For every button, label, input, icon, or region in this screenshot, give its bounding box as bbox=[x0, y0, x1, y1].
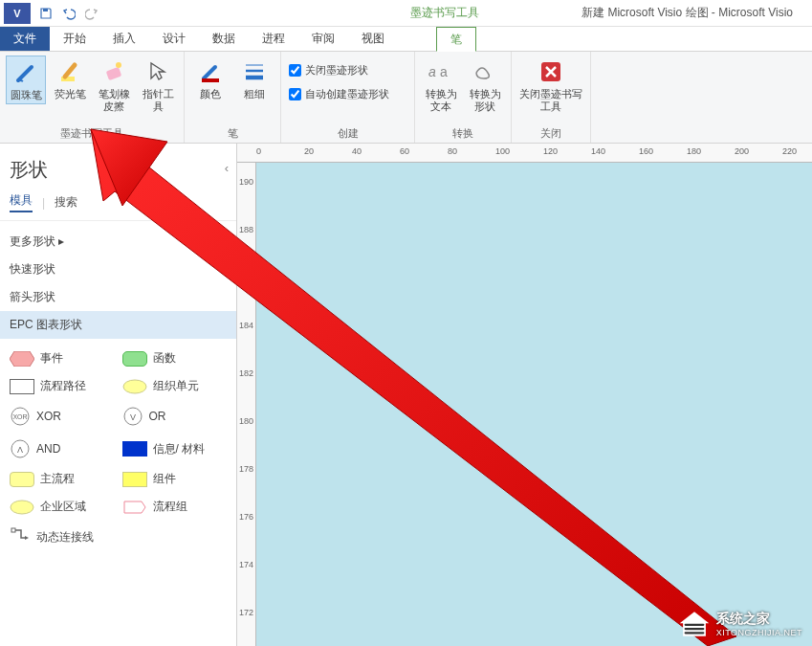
ruler-horizontal[interactable]: 020406080100120140160180200220 bbox=[237, 144, 812, 163]
highlighter-button[interactable]: 荧光笔 bbox=[50, 56, 90, 102]
shape-process-path[interactable]: 流程路径 bbox=[6, 372, 119, 400]
tab-review[interactable]: 审阅 bbox=[298, 27, 348, 51]
undo-icon[interactable] bbox=[57, 2, 80, 25]
ballpoint-icon bbox=[11, 58, 40, 87]
shape-grid: 事件 函数 流程路径 组织单元 XORXOR VOR ΛAND 信息/ 材料 主… bbox=[0, 339, 236, 559]
highlighter-label: 荧光笔 bbox=[55, 88, 86, 100]
svg-text:Λ: Λ bbox=[17, 445, 23, 455]
shape-dynamic-connector[interactable]: 动态连接线 bbox=[6, 521, 119, 553]
shape-main-process[interactable]: 主流程 bbox=[6, 465, 119, 493]
svg-text:V: V bbox=[129, 412, 135, 422]
eraser-icon bbox=[99, 57, 128, 86]
title-bar: V 墨迹书写工具 新建 Microsoft Visio 绘图 - Microso… bbox=[0, 0, 812, 27]
weight-label: 粗细 bbox=[244, 88, 265, 100]
eraser-button[interactable]: 笔划橡皮擦 bbox=[94, 56, 134, 114]
tab-design[interactable]: 设计 bbox=[149, 27, 199, 51]
ballpoint-button[interactable]: 圆珠笔 bbox=[6, 56, 46, 104]
shape-or[interactable]: VOR bbox=[119, 400, 231, 433]
tab-process[interactable]: 进程 bbox=[249, 27, 298, 51]
group-create-label: 创建 bbox=[287, 124, 408, 143]
svg-text:a: a bbox=[440, 64, 448, 79]
ballpoint-label: 圆珠笔 bbox=[11, 89, 42, 101]
collapse-icon[interactable]: ‹ bbox=[225, 161, 229, 175]
svg-text:XOR: XOR bbox=[12, 413, 27, 420]
watermark-line1: 系统之家 bbox=[716, 611, 802, 628]
watermark-line2: XITONGZHIJIA.NET bbox=[716, 628, 802, 637]
color-icon bbox=[196, 57, 225, 86]
svg-rect-20 bbox=[11, 528, 15, 532]
group-close-label: 关闭 bbox=[517, 124, 584, 143]
convert-to-text-button[interactable]: aa 转换为文本 bbox=[421, 56, 461, 114]
shape-org-unit[interactable]: 组织单元 bbox=[119, 372, 231, 400]
shape-event[interactable]: 事件 bbox=[6, 345, 119, 372]
arrow-shapes-row[interactable]: 箭头形状 bbox=[0, 283, 236, 311]
check-auto-checkbox[interactable] bbox=[289, 88, 301, 100]
check-auto-create[interactable]: 自动创建墨迹形状 bbox=[287, 85, 408, 103]
canvas-area: 020406080100120140160180200220 190188186… bbox=[237, 144, 812, 646]
quick-shapes-row[interactable]: 快速形状 bbox=[0, 256, 236, 283]
tab-view[interactable]: 视图 bbox=[348, 27, 398, 51]
tab-file[interactable]: 文件 bbox=[0, 27, 50, 51]
more-shapes-row[interactable]: 更多形状 ▸ bbox=[0, 228, 236, 256]
stencil-tab[interactable]: 模具 bbox=[10, 192, 33, 212]
check-close-ink-checkbox[interactable] bbox=[289, 64, 301, 77]
eraser-label: 笔划橡皮擦 bbox=[96, 88, 132, 112]
shape-component[interactable]: 组件 bbox=[119, 465, 231, 493]
pointer-icon bbox=[143, 57, 172, 86]
app-icon: V bbox=[4, 3, 31, 24]
color-button[interactable]: 颜色 bbox=[190, 56, 230, 102]
watermark-logo-icon bbox=[678, 610, 711, 638]
check-close-ink-shape[interactable]: 关闭墨迹形状 bbox=[287, 61, 408, 79]
shape-function[interactable]: 函数 bbox=[119, 345, 231, 372]
close-icon bbox=[537, 57, 565, 86]
ruler-vertical[interactable]: 190188186184182180178176174172 bbox=[237, 163, 256, 646]
shapes-panel: 形状 ‹ 模具 | 搜索 更多形状 ▸ 快速形状 箭头形状 EPC 图表形状 事… bbox=[0, 144, 237, 646]
convert-to-text-icon: aa bbox=[427, 57, 455, 86]
pointer-label: 指针工具 bbox=[140, 88, 176, 112]
document-title: 新建 Microsoft Visio 绘图 - Microsoft Visio bbox=[582, 5, 793, 21]
check-auto-label: 自动创建墨迹形状 bbox=[305, 87, 389, 101]
close-ink-button[interactable]: 关闭墨迹书写工具 bbox=[517, 56, 584, 114]
shape-xor[interactable]: XORXOR bbox=[6, 400, 119, 433]
group-close: 关闭墨迹书写工具 关闭 bbox=[512, 52, 591, 143]
svg-text:a: a bbox=[428, 64, 436, 79]
group-ink-label: 墨迹书写工具 bbox=[6, 124, 178, 143]
save-icon[interactable] bbox=[34, 2, 57, 25]
tab-home[interactable]: 开始 bbox=[50, 27, 99, 51]
svg-point-3 bbox=[116, 62, 121, 68]
chevron-right-icon: ▸ bbox=[58, 234, 64, 248]
group-pen: 颜色 粗细 笔 bbox=[185, 52, 281, 143]
color-label: 颜色 bbox=[200, 88, 221, 100]
ribbon: 圆珠笔 荧光笔 笔划橡皮擦 指针工具 墨迹书写工具 颜色 bbox=[0, 52, 812, 144]
convert-to-shape-button[interactable]: 转换为形状 bbox=[465, 56, 505, 114]
weight-button[interactable]: 粗细 bbox=[234, 56, 274, 102]
group-convert-label: 转换 bbox=[421, 124, 505, 143]
epc-shapes-row[interactable]: EPC 图表形状 bbox=[0, 311, 236, 339]
context-tab-title: 墨迹书写工具 bbox=[402, 5, 488, 21]
svg-point-19 bbox=[11, 501, 33, 514]
shapes-title: 形状 bbox=[0, 144, 236, 189]
group-pen-label: 笔 bbox=[190, 124, 274, 143]
search-tab[interactable]: 搜索 bbox=[55, 194, 77, 211]
highlighter-icon bbox=[55, 57, 84, 86]
svg-rect-0 bbox=[43, 9, 48, 11]
pointer-button[interactable]: 指针工具 bbox=[138, 56, 178, 114]
drawing-canvas[interactable] bbox=[256, 163, 812, 646]
redo-icon[interactable] bbox=[80, 2, 103, 25]
tab-data[interactable]: 数据 bbox=[199, 27, 249, 51]
shape-info-material[interactable]: 信息/ 材料 bbox=[119, 433, 231, 465]
tab-insert[interactable]: 插入 bbox=[99, 27, 149, 51]
svg-point-12 bbox=[123, 380, 146, 393]
shape-enterprise-area[interactable]: 企业区域 bbox=[6, 493, 119, 521]
watermark: 系统之家 XITONGZHIJIA.NET bbox=[678, 610, 802, 638]
shape-process-group[interactable]: 流程组 bbox=[119, 493, 231, 521]
svg-rect-4 bbox=[202, 78, 219, 82]
shape-and[interactable]: ΛAND bbox=[6, 433, 119, 465]
tab-pen[interactable]: 笔 bbox=[436, 27, 476, 52]
convert-to-text-label: 转换为文本 bbox=[423, 88, 459, 112]
ribbon-tabs: 文件 开始 插入 设计 数据 进程 审阅 视图 笔 bbox=[0, 27, 812, 52]
convert-to-shape-label: 转换为形状 bbox=[467, 88, 503, 112]
close-ink-label: 关闭墨迹书写工具 bbox=[519, 88, 582, 112]
group-create: 关闭墨迹形状 自动创建墨迹形状 创建 bbox=[281, 52, 415, 143]
svg-rect-2 bbox=[106, 67, 122, 80]
